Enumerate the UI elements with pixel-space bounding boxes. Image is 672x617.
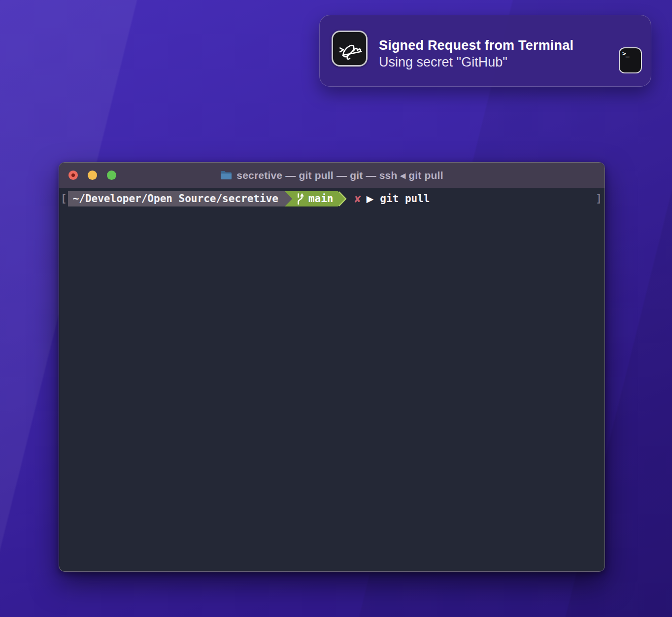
- command-text: git pull: [380, 191, 430, 206]
- notification-text: Signed Request from Terminal Using secre…: [379, 37, 573, 70]
- terminal-app-icon: >_: [619, 47, 642, 73]
- zoom-button[interactable]: [107, 171, 116, 180]
- secretive-app-icon: [332, 31, 368, 67]
- terminal-glyph: >_: [622, 50, 629, 57]
- terminal-window: secretive — git pull — git — ssh ◂ git p…: [59, 162, 605, 572]
- powerline-separator-icon: [285, 191, 293, 206]
- terminal-titlebar[interactable]: secretive — git pull — git — ssh ◂ git p…: [59, 163, 605, 188]
- powerline-end-icon: [338, 191, 348, 206]
- notification-title: Signed Request from Terminal: [379, 37, 573, 54]
- error-status-mark: ✘: [354, 191, 361, 206]
- window-title: secretive — git pull — git — ssh ◂ git p…: [236, 170, 443, 181]
- folder-icon: [220, 171, 232, 180]
- signature-icon: [335, 34, 365, 64]
- terminal-content[interactable]: [ ~/Developer/Open Source/secretive main: [59, 188, 605, 572]
- notification-subtitle: Using secret "GitHub": [379, 54, 573, 70]
- prompt-path-segment: ~/Developer/Open Source/secretive: [68, 191, 285, 206]
- notification-banner[interactable]: Signed Request from Terminal Using secre…: [319, 15, 651, 87]
- git-branch-icon: [296, 193, 304, 205]
- minimize-button[interactable]: [88, 171, 97, 180]
- window-title-group: secretive — git pull — git — ssh ◂ git p…: [220, 170, 443, 181]
- branch-name: main: [308, 191, 334, 206]
- prompt-status-group: ✘ ▶ git pull: [348, 191, 430, 206]
- close-button[interactable]: [68, 171, 78, 180]
- prompt-close-bracket: ]: [596, 191, 602, 206]
- prompt-open-bracket: [: [61, 191, 67, 206]
- traffic-lights: [68, 163, 116, 188]
- prompt-line: [ ~/Developer/Open Source/secretive main: [61, 191, 603, 206]
- desktop-wallpaper: { "wallpaper": { "base_top_left": "#472e…: [0, 0, 672, 617]
- prompt-branch-segment: main: [293, 191, 338, 206]
- prompt-arrow-icon: ▶: [367, 191, 374, 206]
